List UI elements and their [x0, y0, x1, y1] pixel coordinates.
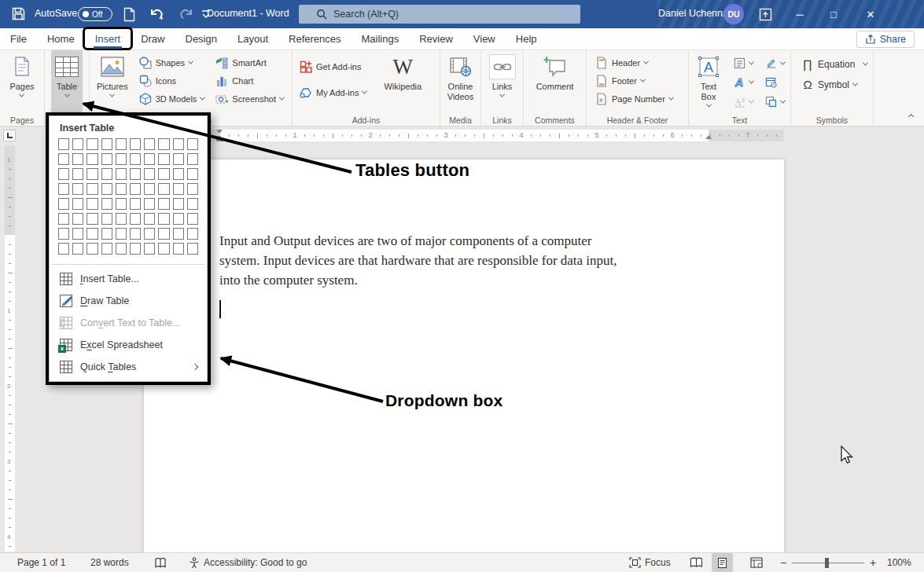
table-size-cell[interactable]	[158, 138, 169, 150]
table-size-cell[interactable]	[87, 198, 98, 210]
first-line-indent-marker[interactable]	[216, 130, 223, 134]
close-button[interactable]: ✕	[857, 0, 884, 28]
table-size-cell[interactable]	[101, 243, 112, 255]
collapse-ribbon-button[interactable]	[909, 108, 913, 122]
document-page[interactable]: Input and Output devices are two of majo…	[144, 160, 784, 552]
table-size-cell[interactable]	[187, 168, 198, 180]
table-size-cell[interactable]	[87, 153, 98, 165]
table-size-cell[interactable]	[187, 183, 198, 195]
table-size-cell[interactable]	[187, 198, 198, 210]
tab-view[interactable]: View	[463, 28, 506, 50]
tab-mailings[interactable]: Mailings	[352, 28, 410, 50]
comment-button[interactable]: Comment	[532, 50, 578, 114]
table-size-cell[interactable]	[173, 168, 184, 180]
tab-design[interactable]: Design	[175, 28, 227, 50]
table-size-cell[interactable]	[173, 213, 184, 225]
table-size-cell[interactable]	[116, 243, 127, 255]
table-size-cell[interactable]	[58, 213, 69, 225]
redo-button[interactable]	[178, 6, 195, 22]
left-indent-marker[interactable]	[216, 139, 223, 141]
online-videos-button[interactable]: Online Videos	[444, 50, 477, 114]
vertical-ruler[interactable]: 11234	[5, 145, 15, 552]
table-size-cell[interactable]	[130, 228, 141, 240]
menu-item-excel-spreadsheet[interactable]: xExcel Spreadsheet	[50, 334, 207, 356]
table-size-cell[interactable]	[173, 243, 184, 255]
table-size-cell[interactable]	[116, 198, 127, 210]
table-size-cell[interactable]	[130, 198, 141, 210]
table-size-cell[interactable]	[173, 198, 184, 210]
table-size-cell[interactable]	[130, 213, 141, 225]
table-size-cell[interactable]	[87, 213, 98, 225]
table-size-cell[interactable]	[173, 183, 184, 195]
word-count[interactable]: 28 words	[87, 553, 132, 572]
table-size-cell[interactable]	[101, 153, 112, 165]
read-mode-button[interactable]	[686, 553, 707, 572]
tab-help[interactable]: Help	[506, 28, 547, 50]
table-size-cell[interactable]	[187, 153, 198, 165]
footer-button[interactable]: Footer	[593, 74, 676, 87]
date-time-button[interactable]	[762, 75, 787, 89]
table-size-cell[interactable]	[87, 228, 98, 240]
table-size-cell[interactable]	[58, 228, 69, 240]
zoom-out-button[interactable]: −	[777, 553, 790, 572]
table-size-cell[interactable]	[116, 183, 127, 195]
pictures-button[interactable]: Pictures	[93, 50, 132, 114]
table-size-cell[interactable]	[144, 243, 155, 255]
zoom-in-button[interactable]: +	[867, 553, 879, 572]
accessibility-status[interactable]: Accessibility: Good to go	[186, 553, 310, 572]
table-size-cell[interactable]	[158, 243, 169, 255]
new-document-icon[interactable]	[123, 7, 135, 22]
symbol-button[interactable]: Ω Symbol	[799, 78, 870, 91]
table-size-cell[interactable]	[58, 183, 69, 195]
table-size-cell[interactable]	[87, 168, 98, 180]
search-bar[interactable]: Search (Alt+Q)	[299, 5, 580, 24]
table-size-cell[interactable]	[144, 228, 155, 240]
tab-file[interactable]: File	[0, 28, 37, 50]
table-size-cell[interactable]	[101, 183, 112, 195]
web-layout-button[interactable]	[745, 553, 767, 572]
proofing-icon[interactable]	[151, 553, 170, 572]
table-size-cell[interactable]	[144, 213, 155, 225]
table-size-cell[interactable]	[158, 228, 169, 240]
smartart-button[interactable]: SmartArt	[213, 56, 286, 69]
table-size-cell[interactable]	[130, 243, 141, 255]
table-size-cell[interactable]	[187, 138, 198, 150]
minimize-button[interactable]: ─	[786, 0, 813, 28]
table-size-cell[interactable]	[72, 228, 83, 240]
table-size-cell[interactable]	[101, 228, 112, 240]
table-size-cell[interactable]	[72, 243, 83, 255]
tab-insert[interactable]: Insert	[85, 28, 131, 50]
maximize-button[interactable]: □	[820, 0, 847, 28]
tab-home[interactable]: Home	[37, 28, 85, 50]
page-info[interactable]: Page 1 of 1	[14, 553, 68, 572]
table-size-cell[interactable]	[130, 138, 141, 150]
table-size-cell[interactable]	[173, 153, 184, 165]
table-size-cell[interactable]	[116, 213, 127, 225]
table-size-cell[interactable]	[158, 168, 169, 180]
zoom-slider-thumb[interactable]	[825, 558, 829, 568]
horizontal-ruler[interactable]: 1234567	[144, 130, 784, 141]
table-size-cell[interactable]	[187, 228, 198, 240]
table-size-cell[interactable]	[144, 183, 155, 195]
table-size-cell[interactable]	[158, 213, 169, 225]
avatar[interactable]: DU	[723, 4, 744, 24]
my-add-ins-button[interactable]: My Add-ins	[297, 86, 369, 99]
table-size-cell[interactable]	[72, 138, 83, 150]
chart-button[interactable]: Chart	[213, 74, 286, 87]
menu-item-quick-tables[interactable]: Quick Tables	[50, 356, 207, 378]
table-button[interactable]: Table	[51, 50, 83, 114]
table-size-cell[interactable]	[58, 153, 69, 165]
tab-layout[interactable]: Layout	[227, 28, 278, 50]
table-size-cell[interactable]	[58, 138, 69, 150]
signature-line-button[interactable]	[762, 57, 787, 70]
tab-review[interactable]: Review	[409, 28, 463, 50]
table-size-cell[interactable]	[158, 183, 169, 195]
table-size-cell[interactable]	[72, 198, 83, 210]
table-size-cell[interactable]	[101, 168, 112, 180]
user-name[interactable]: Daniel Uchenna	[658, 8, 728, 19]
shapes-button[interactable]: Shapes	[137, 56, 208, 69]
tab-references[interactable]: References	[278, 28, 351, 50]
table-size-cell[interactable]	[87, 243, 98, 255]
table-size-cell[interactable]	[72, 153, 83, 165]
table-size-cell[interactable]	[72, 213, 83, 225]
